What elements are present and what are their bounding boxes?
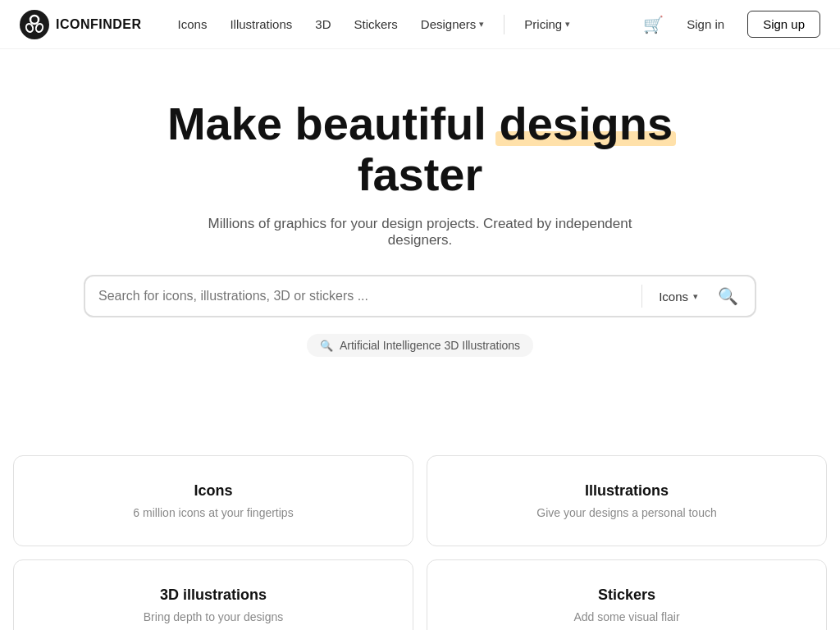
category-stickers[interactable]: Stickers Add some visual flair (427, 559, 827, 630)
nav-right: 🛒 Sign in Sign up (643, 11, 820, 38)
logo-text: ICONFINDER (56, 17, 142, 32)
hero-subtitle: Millions of graphics for your design pro… (190, 216, 650, 249)
pricing-chevron-icon: ▾ (565, 19, 570, 30)
designers-chevron-icon: ▾ (479, 19, 484, 30)
cart-icon[interactable]: 🛒 (643, 15, 664, 34)
nav-3d[interactable]: 3D (305, 11, 340, 38)
nav-designers[interactable]: Designers ▾ (411, 11, 495, 38)
search-type-dropdown[interactable]: Icons ▾ (652, 286, 705, 307)
nav-icons[interactable]: Icons (168, 11, 217, 38)
search-suggestion[interactable]: 🔍 Artificial Intelligence 3D Illustratio… (307, 334, 533, 357)
search-type-label: Icons (659, 290, 688, 304)
category-illustrations[interactable]: Illustrations Give your designs a person… (427, 455, 827, 546)
category-icons[interactable]: Icons 6 million icons at your fingertips (13, 455, 413, 546)
nav-illustrations[interactable]: Illustrations (220, 11, 302, 38)
search-type-chevron-icon: ▾ (693, 291, 698, 302)
nav-links: Icons Illustrations 3D Stickers Designer… (168, 11, 644, 38)
logo-icon (20, 10, 49, 39)
search-bar: Icons ▾ 🔍 (84, 275, 756, 317)
categories-grid: Icons 6 million icons at your fingertips… (0, 439, 840, 630)
category-3d[interactable]: 3D illustrations Bring depth to your des… (13, 559, 413, 630)
signin-button[interactable]: Sign in (673, 11, 737, 37)
search-button[interactable]: 🔍 (711, 283, 745, 309)
nav-separator (504, 15, 504, 34)
navbar: ICONFINDER Icons Illustrations 3D Sticke… (0, 0, 840, 49)
nav-pricing[interactable]: Pricing ▾ (514, 11, 580, 38)
nav-stickers[interactable]: Stickers (344, 11, 407, 38)
search-input[interactable] (95, 284, 632, 308)
suggestion-label: Artificial Intelligence 3D Illustrations (340, 339, 520, 352)
hero-title: Make beautiful designs faster (133, 98, 707, 199)
signup-button[interactable]: Sign up (747, 11, 820, 38)
search-divider (641, 285, 642, 308)
hero-section: Make beautiful designs faster Millions o… (0, 49, 840, 390)
search-icon: 🔍 (718, 286, 738, 306)
suggestion-search-icon: 🔍 (320, 340, 333, 352)
hero-title-highlight: designs (499, 98, 673, 149)
logo[interactable]: ICONFINDER (20, 10, 142, 39)
